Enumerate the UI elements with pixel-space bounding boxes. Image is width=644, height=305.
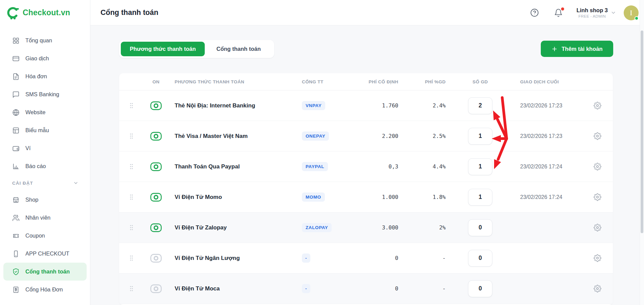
col-header-fixed-fee: PHÍ CỐ ĐỊNH [369, 79, 398, 84]
topbar-actions: Linh shop 3 FREE - ADMIN I [530, 0, 639, 25]
tx-count-box[interactable]: 2 [468, 97, 492, 114]
table-row-the-noi-dia-internet-banking: Thẻ Nội Địa: Internet BankingVNPAY1.7602… [119, 90, 613, 121]
sidebar-item-shop[interactable]: Shop [3, 191, 87, 209]
sidebar-item-cong-hoa-don[interactable]: Cổng Hóa Đơn [3, 281, 87, 299]
sidebar-item-cong-thanh-toan[interactable]: Cổng thanh toán [3, 263, 87, 281]
gateway-badge: PAYPAL [302, 162, 328, 171]
user-meta: Linh shop 3 FREE - ADMIN [576, 7, 608, 18]
row-settings-gear-icon[interactable] [594, 224, 601, 231]
enabled-toggle[interactable] [150, 284, 162, 293]
sidebar-item-label: Coupon [25, 232, 45, 239]
page-title: Cổng thanh toán [101, 8, 158, 17]
row-settings-gear-icon[interactable] [594, 102, 601, 109]
globe-icon [12, 109, 20, 116]
drag-handle-icon[interactable] [125, 102, 137, 109]
sidebar-section-settings[interactable]: CÀI ĐẶT [0, 175, 90, 191]
sidebar-item-app-checkout[interactable]: APP CHECKOUT [3, 245, 87, 263]
enabled-toggle[interactable] [150, 254, 162, 263]
row-settings-gear-icon[interactable] [594, 193, 601, 201]
sidebar-item-label: Cổng Hóa Đơn [25, 286, 63, 293]
tx-count-box[interactable]: 0 [468, 280, 492, 297]
sidebar-item-tong-quan[interactable]: Tổng quan [3, 32, 87, 49]
payment-method-name: Ví Điện Tử Moca [175, 285, 302, 292]
table-row-the-visa-master-viet-nam: Thẻ Visa / Master Việt NamONEPAY2.2002.5… [119, 121, 613, 151]
tab-payment-gateways[interactable]: Cổng thanh toán [205, 42, 272, 56]
sidebar-item-label: Biểu mẫu [25, 127, 49, 134]
drag-handle-icon[interactable] [125, 133, 137, 139]
sidebar-item-hoa-don[interactable]: Hóa đơn [3, 67, 87, 85]
chevron-down-icon [73, 180, 79, 186]
plus-icon [551, 46, 558, 52]
tx-count-box[interactable]: 0 [468, 219, 492, 236]
fixed-fee-value: 1.000 [382, 194, 398, 200]
sidebar-item-label: Giao dịch [25, 55, 49, 62]
sidebar-item-website[interactable]: Website [3, 103, 87, 121]
avatar[interactable]: I [624, 5, 639, 20]
sidebar-item-label: SMS Banking [25, 91, 59, 98]
pct-fee-value: 1.8% [432, 194, 446, 200]
cart-logo-icon [5, 6, 20, 20]
payment-method-name: Ví Điện Tử Ngân Lượng [175, 255, 302, 262]
drag-handle-icon[interactable] [125, 224, 137, 231]
table-row-vi-dien-tu-ngan-luong: Ví Điện Tử Ngân Lượng-0-0 [119, 243, 613, 273]
gateway-badge: - [302, 253, 310, 263]
fixed-fee-value: 1.760 [382, 102, 398, 109]
sidebar-item-label: Nhân viên [25, 215, 50, 221]
enabled-toggle[interactable] [150, 162, 162, 171]
drag-handle-icon[interactable] [125, 255, 137, 261]
scrollbar-thumb[interactable] [641, 30, 643, 233]
bar-chart-icon [12, 163, 20, 170]
sidebar-item-bieu-mau[interactable]: Biểu mẫu [3, 121, 87, 139]
view-tabs: Phương thức thanh toán Cổng thanh toán [119, 40, 274, 58]
row-settings-gear-icon[interactable] [594, 163, 601, 170]
fixed-fee-value: 0 [395, 285, 398, 292]
sidebar-item-label: Tổng quan [25, 37, 52, 44]
sidebar-item-label: Báo cáo [25, 163, 46, 169]
col-header-last-tx: GIAO DỊCH CUỐI [503, 79, 588, 84]
tx-count-box[interactable]: 0 [468, 250, 492, 267]
online-status-dot [635, 16, 639, 20]
gateway-badge: VNPAY [302, 101, 325, 110]
gateway-badge: ONEPAY [302, 131, 329, 141]
receipt-icon [12, 286, 20, 293]
pct-fee-value: 2.5% [432, 133, 446, 139]
grid-icon [12, 37, 20, 44]
notifications-bell[interactable] [554, 8, 563, 17]
row-settings-gear-icon[interactable] [594, 254, 601, 262]
help-icon[interactable] [530, 8, 539, 17]
row-settings-gear-icon[interactable] [594, 132, 601, 140]
sidebar-item-giao-dich[interactable]: Giao dịch [3, 49, 87, 67]
sidebar-section-label: CÀI ĐẶT [12, 181, 33, 186]
drag-handle-icon[interactable] [125, 285, 137, 292]
last-tx-date: 23/02/2026 17:23 [503, 103, 588, 109]
topbar: Cổng thanh toán Linh shop 3 FREE - ADMIN [90, 0, 644, 25]
tab-payment-methods[interactable]: Phương thức thanh toán [121, 42, 205, 56]
enabled-toggle[interactable] [150, 101, 162, 110]
tx-count-box[interactable]: 1 [468, 189, 492, 206]
drag-handle-icon[interactable] [125, 163, 137, 170]
enabled-toggle[interactable] [150, 132, 162, 141]
add-account-button[interactable]: Thêm tài khoản [541, 41, 613, 57]
row-settings-gear-icon[interactable] [594, 285, 601, 292]
user-menu[interactable]: Linh shop 3 FREE - ADMIN [576, 7, 616, 18]
enabled-toggle[interactable] [150, 223, 162, 232]
sidebar-item-coupon[interactable]: Coupon [3, 227, 87, 245]
sidebar-item-nhan-vien[interactable]: Nhân viên [3, 209, 87, 227]
payment-methods-table: ON PHƯƠNG THỨC THANH TOÁN CỔNG TT PHÍ CỐ… [119, 73, 613, 305]
shield-check-icon [12, 268, 20, 276]
drag-handle-icon[interactable] [125, 194, 137, 200]
store-icon [12, 196, 20, 204]
tx-count-box[interactable]: 1 [468, 128, 492, 145]
payment-method-name: Thanh Toán Qua Paypal [175, 163, 302, 170]
table-row-thanh-toan-qua-paypal: Thanh Toán Qua PaypalPAYPAL0,34.4%123/02… [119, 151, 613, 182]
tx-count-box[interactable]: 1 [468, 158, 492, 175]
sidebar-item-sms-banking[interactable]: SMS Banking [3, 85, 87, 103]
sidebar-item-bao-cao[interactable]: Báo cáo [3, 157, 87, 175]
sidebar-item-label: Shop [25, 197, 39, 203]
enabled-toggle[interactable] [150, 193, 162, 202]
brand-logo[interactable]: Checkout.vn [0, 0, 90, 25]
main-content: Phương thức thanh toán Cổng thanh toán T… [90, 25, 644, 305]
sidebar-item-label: APP CHECKOUT [25, 250, 69, 257]
sidebar-item-vi[interactable]: Ví [3, 139, 87, 157]
table-row-vi-dien-tu-moca: Ví Điện Tử Moca-0-0 [119, 273, 613, 304]
